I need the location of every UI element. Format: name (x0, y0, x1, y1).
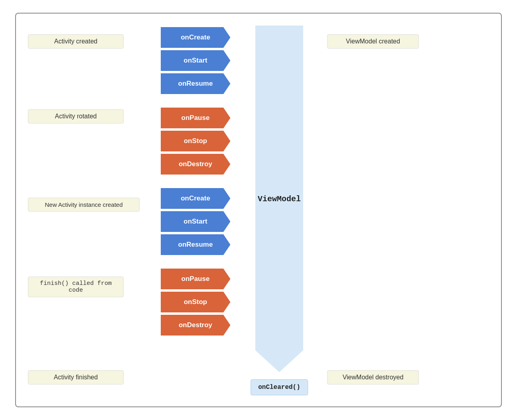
arrow-onResume-2: onResume (161, 234, 231, 255)
arrow-onCreate-2: onCreate (161, 188, 231, 209)
viewmodel-arrow-tip (255, 350, 303, 372)
label-viewmodel-destroyed: ViewModel destroyed (327, 370, 419, 385)
viewmodel-bar-wrapper: ViewModel (255, 26, 303, 372)
arrow-onResume-1: onResume (161, 73, 231, 94)
arrow-onCreate-1: onCreate (161, 27, 231, 48)
arrow-onStart-1: onStart (161, 50, 231, 71)
viewmodel-column: ViewModel onCleared() (239, 14, 319, 406)
arrow-label-onStart-1: onStart (184, 57, 207, 65)
viewmodel-bar-body (255, 26, 303, 350)
arrow-label-onResume-1: onResume (178, 80, 213, 88)
arrow-onPause-1: onPause (161, 108, 231, 128)
arrow-label-onStop-1: onStop (184, 137, 207, 145)
lifecycle-arrows-column: onCreate onStart onResume onPause onStop… (152, 14, 239, 406)
left-labels-column: Activity created Activity rotated New Ac… (16, 14, 152, 406)
arrow-label-onPause-2: onPause (182, 275, 210, 283)
arrow-onStart-2: onStart (161, 211, 231, 232)
arrow-label-onStop-2: onStop (184, 298, 207, 306)
label-activity-finished: Activity finished (28, 370, 124, 385)
arrow-onStop-2: onStop (161, 292, 231, 312)
label-activity-created: Activity created (28, 34, 124, 49)
arrow-label-onDestroy-2: onDestroy (179, 321, 212, 329)
viewmodel-bar-label: ViewModel (258, 194, 301, 204)
arrow-onPause-2: onPause (161, 269, 231, 289)
arrow-label-onStart-2: onStart (184, 218, 207, 226)
arrow-onDestroy-1: onDestroy (161, 154, 231, 175)
arrow-label-onDestroy-1: onDestroy (179, 160, 212, 168)
right-labels-column: ViewModel created ViewModel destroyed (319, 14, 501, 406)
arrow-onStop-1: onStop (161, 131, 231, 151)
label-new-activity-instance: New Activity instance created (28, 198, 140, 212)
label-activity-rotated: Activity rotated (28, 109, 124, 124)
arrow-onDestroy-2: onDestroy (161, 315, 231, 336)
diagram-container: Activity created Activity rotated New Ac… (15, 13, 502, 407)
oncleared-box: onCleared() (251, 379, 308, 395)
label-viewmodel-created: ViewModel created (327, 34, 419, 49)
label-finish-called: finish() called from code (28, 277, 124, 297)
arrow-label-onCreate-1: onCreate (181, 33, 210, 41)
arrow-label-onCreate-2: onCreate (181, 194, 210, 202)
arrow-label-onPause-1: onPause (182, 114, 210, 122)
arrow-label-onResume-2: onResume (178, 241, 213, 249)
